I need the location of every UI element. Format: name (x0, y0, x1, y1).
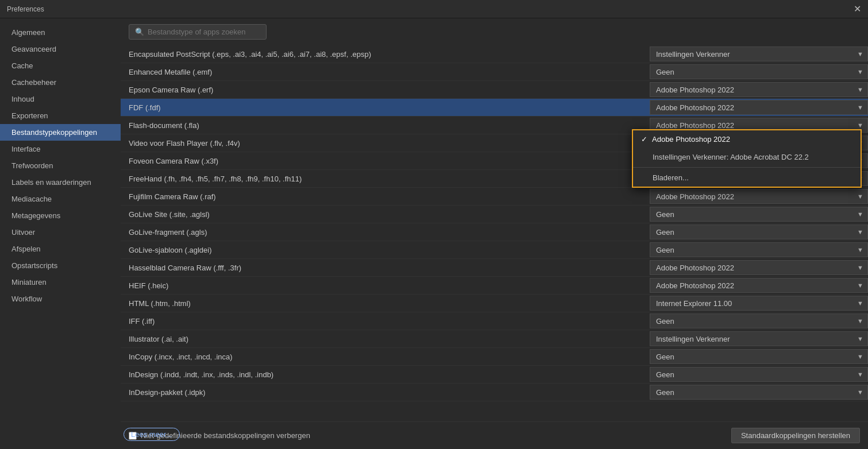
search-bar: 🔍 (121, 18, 868, 45)
sidebar-item-geavanceerd[interactable]: Geavanceerd (0, 41, 121, 57)
window-title: Preferences (7, 5, 44, 13)
file-name: Hasselblad Camera Raw (.fff, .3fr) (121, 264, 650, 272)
sidebar-item-afspelen[interactable]: Afspelen (0, 241, 121, 257)
table-row[interactable]: Epson Camera Raw (.erf)GeenAdobe Photosh… (121, 81, 868, 99)
main-area: 🔍 Encapsulated PostScript (.eps, .ai3, .… (121, 18, 868, 449)
app-select[interactable]: GeenAdobe Photoshop 2022Instellingen Ver… (650, 278, 868, 293)
app-select[interactable]: GeenAdobe Photoshop 2022Instellingen Ver… (650, 260, 868, 275)
file-name: GoLive-fragment (.agls) (121, 228, 650, 237)
app-select[interactable]: GeenAdobe Photoshop 2022Instellingen Ver… (650, 367, 868, 382)
table-row[interactable]: Encapsulated PostScript (.eps, .ai3, .ai… (121, 45, 868, 63)
table-row[interactable]: FDF (.fdf)GeenAdobe Photoshop 2022Instel… (121, 99, 868, 117)
app-select[interactable]: GeenAdobe Photoshop 2022Instellingen Ver… (650, 385, 868, 400)
app-select[interactable]: GeenAdobe Photoshop 2022Instellingen Ver… (650, 207, 868, 222)
table-row[interactable]: InCopy (.incx, .inct, .incd, .inca)GeenA… (121, 348, 868, 366)
app-select[interactable]: GeenAdobe Photoshop 2022Instellingen Ver… (650, 313, 868, 328)
dropdown-item[interactable]: Instellingen Verkenner: Adobe Acrobat DC… (633, 148, 861, 166)
dropdown-item[interactable]: Bladeren... (633, 169, 861, 187)
table-row[interactable]: GoLive Site (.site, .aglsl)GeenAdobe Pho… (121, 206, 868, 223)
app-select[interactable]: GeenAdobe Photoshop 2022Instellingen Ver… (650, 225, 868, 239)
content-area: AlgemeenGeavanceerdCacheCachebeheerInhou… (0, 18, 868, 449)
sidebar-item-algemeen[interactable]: Algemeen (0, 24, 121, 41)
app-select[interactable]: GeenAdobe Photoshop 2022Instellingen Ver… (650, 100, 868, 115)
search-input[interactable] (148, 28, 260, 36)
sidebar-item-cachebeheer[interactable]: Cachebeheer (0, 74, 121, 91)
table-row[interactable]: Enhanced Metafile (.emf)GeenAdobe Photos… (121, 63, 868, 81)
app-select[interactable]: GeenAdobe Photoshop 2022Instellingen Ver… (650, 47, 868, 61)
file-app-select-wrap: GeenAdobe Photoshop 2022Instellingen Ver… (650, 331, 868, 346)
sidebar-item-miniaturen[interactable]: Miniaturen (0, 274, 121, 291)
footer-right: Standaardkoppelingen herstellen (731, 428, 860, 443)
dropdown-item-label: Adobe Photoshop 2022 (652, 135, 730, 144)
file-app-select-wrap: GeenAdobe Photoshop 2022Instellingen Ver… (650, 225, 868, 239)
file-name: GoLive Site (.site, .aglsl) (121, 210, 650, 219)
file-app-select-wrap: GeenAdobe Photoshop 2022Instellingen Ver… (650, 242, 868, 257)
app-select[interactable]: GeenAdobe Photoshop 2022Instellingen Ver… (650, 349, 868, 364)
title-bar: Preferences ✕ (0, 0, 868, 18)
app-select[interactable]: GeenAdobe Photoshop 2022Instellingen Ver… (650, 242, 868, 257)
close-button[interactable]: ✕ (854, 5, 861, 14)
file-name: Flash-document (.fla) (121, 121, 650, 130)
dropdown-item[interactable]: ✓Adobe Photoshop 2022 (633, 130, 861, 148)
file-name: Foveon Camera Raw (.x3f) (121, 157, 650, 165)
file-app-select-wrap: GeenAdobe Photoshop 2022Instellingen Ver… (650, 100, 868, 115)
table-row[interactable]: Hasselblad Camera Raw (.fff, .3fr)GeenAd… (121, 259, 868, 277)
app-select[interactable]: GeenAdobe Photoshop 2022Instellingen Ver… (650, 331, 868, 346)
table-row[interactable]: GoLive-sjabloon (.agldei)GeenAdobe Photo… (121, 241, 868, 259)
sidebar-item-uitvoer[interactable]: Uitvoer (0, 224, 121, 241)
footer-center: Lees meer... (124, 425, 180, 441)
sidebar-item-cache[interactable]: Cache (0, 57, 121, 74)
table-row[interactable]: HEIF (.heic)GeenAdobe Photoshop 2022Inst… (121, 277, 868, 295)
sidebar-item-exporteren[interactable]: Exporteren (0, 107, 121, 124)
file-app-select-wrap: GeenAdobe Photoshop 2022Instellingen Ver… (650, 82, 868, 97)
table-row[interactable]: Illustrator (.ai, .ait)GeenAdobe Photosh… (121, 330, 868, 348)
footer: Niet-gedefinieerde bestandskoppelingen v… (121, 421, 868, 449)
app-select[interactable]: GeenAdobe Photoshop 2022Instellingen Ver… (650, 189, 868, 204)
dropdown-item-label: Bladeren... (653, 173, 689, 182)
file-name: InDesign (.indd, .indt, .inx, .inds, .in… (121, 370, 650, 379)
file-app-select-wrap: GeenAdobe Photoshop 2022Instellingen Ver… (650, 207, 868, 222)
sidebar-item-opstartscripts[interactable]: Opstartscripts (0, 257, 121, 274)
file-app-select-wrap: GeenAdobe Photoshop 2022Instellingen Ver… (650, 278, 868, 293)
sidebar-item-interface[interactable]: Interface (0, 141, 121, 157)
table-row[interactable]: InDesign-pakket (.idpk)GeenAdobe Photosh… (121, 384, 868, 401)
sidebar-item-metagegevens[interactable]: Metagegevens (0, 207, 121, 224)
table-row[interactable]: IFF (.iff)GeenAdobe Photoshop 2022Instel… (121, 312, 868, 330)
sidebar-item-bestandstypekoppelingen[interactable]: Bestandstypekoppelingen (0, 124, 121, 141)
dropdown-item-label: Instellingen Verkenner: Adobe Acrobat DC… (653, 153, 809, 161)
table-row[interactable]: HTML (.htm, .html)GeenAdobe Photoshop 20… (121, 295, 868, 312)
file-app-select-wrap: GeenAdobe Photoshop 2022Instellingen Ver… (650, 367, 868, 382)
sidebar-item-trefwoorden[interactable]: Trefwoorden (0, 157, 121, 174)
app-dropdown-overlay: ✓Adobe Photoshop 2022Instellingen Verken… (632, 129, 862, 188)
table-row[interactable]: GoLive-fragment (.agls)GeenAdobe Photosh… (121, 223, 868, 241)
file-name: InCopy (.incx, .inct, .incd, .inca) (121, 353, 650, 361)
file-name: FDF (.fdf) (121, 103, 650, 112)
app-select[interactable]: GeenAdobe Photoshop 2022Instellingen Ver… (650, 64, 868, 79)
sidebar-item-inhoud[interactable]: Inhoud (0, 91, 121, 107)
app-select[interactable]: GeenAdobe Photoshop 2022Instellingen Ver… (650, 296, 868, 311)
file-name: IFF (.iff) (121, 317, 650, 326)
file-name: Illustrator (.ai, .ait) (121, 335, 650, 343)
sidebar-item-labels-en-waarderingen[interactable]: Labels en waarderingen (0, 174, 121, 191)
file-name: HEIF (.heic) (121, 281, 650, 290)
sidebar: AlgemeenGeavanceerdCacheCachebeheerInhou… (0, 18, 121, 449)
file-app-select-wrap: GeenAdobe Photoshop 2022Instellingen Ver… (650, 313, 868, 328)
file-name: GoLive-sjabloon (.agldei) (121, 246, 650, 254)
dropdown-divider (633, 167, 861, 168)
reset-button[interactable]: Standaardkoppelingen herstellen (731, 428, 860, 443)
file-app-select-wrap: GeenAdobe Photoshop 2022Instellingen Ver… (650, 260, 868, 275)
preferences-window: Preferences ✕ AlgemeenGeavanceerdCacheCa… (0, 0, 868, 449)
lees-meer-button[interactable]: Lees meer... (124, 428, 180, 441)
sidebar-item-mediacache[interactable]: Mediacache (0, 191, 121, 207)
file-app-select-wrap: GeenAdobe Photoshop 2022Instellingen Ver… (650, 296, 868, 311)
checkmark-icon: ✓ (641, 135, 647, 144)
sidebar-item-workflow[interactable]: Workflow (0, 291, 121, 307)
file-name: Encapsulated PostScript (.eps, .ai3, .ai… (121, 50, 650, 59)
search-input-wrap: 🔍 (129, 24, 267, 40)
table-row[interactable]: Fujifilm Camera Raw (.raf)GeenAdobe Phot… (121, 188, 868, 206)
table-row[interactable]: InDesign (.indd, .indt, .inx, .inds, .in… (121, 366, 868, 384)
file-app-select-wrap: GeenAdobe Photoshop 2022Instellingen Ver… (650, 349, 868, 364)
app-select[interactable]: GeenAdobe Photoshop 2022Instellingen Ver… (650, 82, 868, 97)
file-name: HTML (.htm, .html) (121, 299, 650, 308)
file-name: InDesign-pakket (.idpk) (121, 388, 650, 397)
